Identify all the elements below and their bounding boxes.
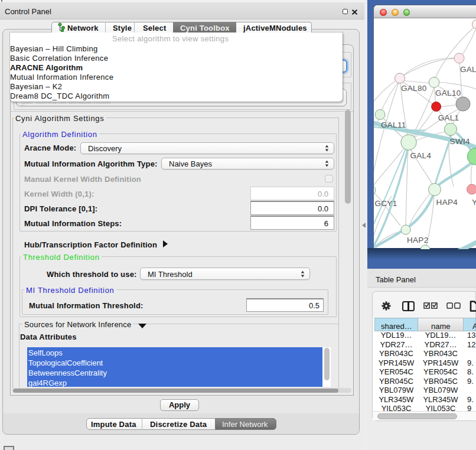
- svg-text:GAL10: GAL10: [435, 89, 461, 97]
- svg-text:HAP4: HAP4: [436, 198, 458, 207]
- svg-text:GCY1: GCY1: [375, 199, 397, 208]
- svg-text:HAP2: HAP2: [407, 236, 428, 244]
- svg-text:GAL1: GAL1: [438, 113, 459, 122]
- svg-text:GAL4: GAL4: [410, 151, 432, 160]
- svg-text:GAL11: GAL11: [381, 120, 406, 129]
- svg-text:GAL80: GAL80: [401, 84, 427, 93]
- svg-text:YM: YM: [472, 198, 476, 207]
- svg-text:SWI4: SWI4: [450, 137, 470, 146]
- svg-text:GAL7: GAL7: [460, 65, 476, 74]
